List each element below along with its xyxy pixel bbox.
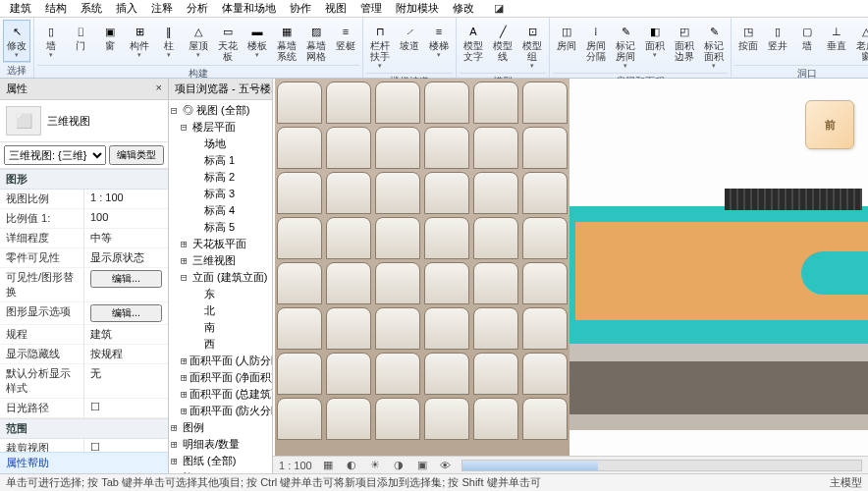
tree-twisty-icon[interactable]: ⊞ — [181, 388, 188, 401]
tree-item[interactable]: ⊞面积平面 (净面积) — [171, 369, 270, 386]
properties-help-link[interactable]: 属性帮助 — [0, 452, 168, 473]
tree-twisty-icon[interactable]: ⊞ — [181, 405, 188, 417]
tree-twisty-icon[interactable]: ⊞ — [181, 238, 190, 250]
ribbon-button[interactable]: ⟋坡道 — [396, 20, 423, 73]
tree-item[interactable]: ⊞明细表/数量 — [171, 436, 270, 453]
tree-twisty-icon[interactable]: ⊟ — [171, 104, 181, 117]
property-value[interactable]: 100 — [84, 209, 168, 228]
property-value[interactable]: 建筑 — [84, 325, 168, 344]
property-value[interactable]: ☐ — [84, 439, 168, 452]
menu-item-struct[interactable]: 结构 — [39, 0, 73, 18]
tree-item[interactable]: 标高 3 — [171, 186, 270, 202]
property-category[interactable]: 图形 — [0, 169, 168, 190]
property-category[interactable]: 范围 — [0, 418, 168, 439]
tree-item[interactable]: 标高 4 — [171, 202, 270, 219]
ribbon-button[interactable]: ⊞构件▾ — [126, 20, 153, 65]
ribbon-button[interactable]: △老虎窗 — [852, 20, 868, 65]
ribbon-button[interactable]: ▯墙▾ — [37, 20, 65, 65]
property-value[interactable]: ☐ — [84, 399, 168, 417]
type-preview[interactable]: ⬜ 三维视图 — [0, 100, 168, 142]
property-value[interactable]: 1 : 100 — [84, 190, 168, 208]
ribbon-button[interactable]: ◧面积▾ — [641, 20, 669, 73]
worksets-filter[interactable]: 主模型 — [830, 475, 862, 490]
ribbon-button[interactable]: ▣窗 — [96, 20, 124, 65]
edit-button[interactable]: 编辑... — [90, 304, 162, 322]
tree-item[interactable]: ⊞面积平面 (防火分区面积) — [171, 403, 270, 419]
tree-item[interactable]: 南 — [171, 319, 270, 336]
tree-item[interactable]: ⊟◎ 视图 (全部) — [171, 102, 270, 119]
tree-twisty-icon[interactable]: ⊞ — [181, 371, 188, 384]
ribbon-button[interactable]: ‖柱▾ — [155, 20, 183, 65]
ribbon-button[interactable]: ≡楼梯▾ — [425, 20, 453, 73]
menu-item-arch[interactable]: 建筑 — [4, 0, 37, 18]
edit-button[interactable]: 编辑... — [90, 270, 162, 288]
tree-item[interactable]: ⊟立面 (建筑立面) — [171, 269, 270, 286]
ribbon-button[interactable]: ◫房间 — [553, 20, 580, 73]
edit-type-button[interactable]: 编辑类型 — [109, 145, 164, 165]
tree-item[interactable]: 标高 5 — [171, 219, 270, 236]
ribbon-button[interactable]: ≡竖梃 — [332, 20, 359, 65]
ribbon-button[interactable]: ↖修改▾ — [3, 20, 30, 62]
viewcube[interactable]: 前 — [805, 100, 854, 149]
ribbon-button[interactable]: ⁞房间分隔 — [582, 20, 610, 73]
menu-item-modify[interactable]: 修改 — [447, 0, 480, 18]
ribbon-button[interactable]: ◳按面 — [734, 20, 762, 65]
type-selector[interactable]: 三维视图: {三维} — [4, 145, 106, 165]
tree-item[interactable]: 标高 2 — [171, 169, 270, 186]
project-tree[interactable]: ⊟◎ 视图 (全部)⊟楼层平面场地标高 1标高 2标高 3标高 4标高 5⊞天花… — [169, 100, 272, 473]
ribbon-button[interactable]: ✎标记面积▾ — [700, 20, 728, 73]
menu-item-manage[interactable]: 管理 — [354, 0, 388, 18]
tree-twisty-icon[interactable]: ⊟ — [181, 271, 190, 284]
tree-item[interactable]: ⊞图例 — [171, 419, 270, 436]
ribbon-button[interactable]: ▦幕墙系统 — [273, 20, 300, 65]
ribbon-button[interactable]: ▭天花板 — [214, 20, 242, 65]
property-value[interactable]: 无 — [84, 364, 168, 398]
tree-item[interactable]: 标高 1 — [171, 152, 270, 169]
menu-item-massing[interactable]: 体量和场地 — [216, 0, 282, 18]
tree-item[interactable]: 场地 — [171, 136, 270, 152]
menu-item-addins[interactable]: 附加模块 — [390, 0, 445, 18]
property-value[interactable]: 按规程 — [84, 345, 168, 363]
tree-twisty-icon[interactable]: ⊞ — [171, 421, 181, 434]
ribbon-button[interactable]: ⊥垂直 — [823, 20, 850, 65]
tree-twisty-icon[interactable]: ⊞ — [181, 254, 190, 267]
tree-twisty-icon[interactable]: ⊞ — [171, 455, 181, 467]
tree-item[interactable]: 西 — [171, 336, 270, 353]
crop-icon[interactable]: ▣ — [414, 458, 430, 473]
tree-item[interactable]: ⊞图纸 (全部) — [171, 453, 270, 469]
menu-item-view[interactable]: 视图 — [319, 0, 353, 18]
property-value[interactable]: 显示原状态 — [84, 248, 168, 267]
tree-item[interactable]: ⊞三维视图 — [171, 252, 270, 269]
tree-item[interactable]: ⊞面积平面 (总建筑面积) — [171, 386, 270, 403]
menu-item-insert[interactable]: 插入 — [110, 0, 143, 18]
ribbon-button[interactable]: ⊡模型组▾ — [518, 20, 546, 73]
ribbon-button[interactable]: ✎标记房间▾ — [612, 20, 639, 73]
tree-item[interactable]: ⊟楼层平面 — [171, 119, 270, 136]
ribbon-button[interactable]: △屋顶▾ — [185, 20, 212, 65]
menu-item-analyze[interactable]: 分析 — [181, 0, 214, 18]
ribbon-button[interactable]: ▨幕墙网格 — [302, 20, 330, 65]
ribbon-button[interactable]: ⌷门 — [67, 20, 94, 65]
menu-item-annotate[interactable]: 注释 — [145, 0, 179, 18]
menu-item-collab[interactable]: 协作 — [284, 0, 317, 18]
tree-item[interactable]: ⊞面积平面 (人防分区面积) — [171, 353, 270, 369]
tree-twisty-icon[interactable]: ⊟ — [181, 121, 190, 134]
property-value[interactable]: 中等 — [84, 229, 168, 247]
hide-isolate-icon[interactable]: 👁 — [438, 458, 454, 473]
ribbon-button[interactable]: ╱模型线 — [489, 20, 516, 73]
ribbon-button[interactable]: ⊓栏杆扶手▾ — [366, 20, 394, 73]
h-scrollbar[interactable] — [461, 460, 862, 471]
quick-access-icon[interactable]: ◪ — [488, 0, 510, 17]
ribbon-button[interactable]: ◰面积边界 — [671, 20, 698, 73]
visual-style-icon[interactable]: ◐ — [344, 458, 359, 473]
properties-grid[interactable]: 图形视图比例1 : 100比例值 1:100详细程度中等零件可见性显示原状态可见… — [0, 169, 168, 452]
ribbon-button[interactable]: ▢墙 — [793, 20, 821, 65]
tree-item[interactable]: 东 — [171, 286, 270, 302]
property-value[interactable]: 编辑... — [84, 302, 168, 324]
property-value[interactable]: 编辑... — [84, 268, 168, 301]
scale-label[interactable]: 1 : 100 — [279, 460, 312, 471]
detail-level-icon[interactable]: ▦ — [320, 458, 336, 473]
ribbon-button[interactable]: ▯竖井 — [764, 20, 791, 65]
shadows-icon[interactable]: ◑ — [391, 458, 407, 473]
menu-item-system[interactable]: 系统 — [75, 0, 108, 18]
